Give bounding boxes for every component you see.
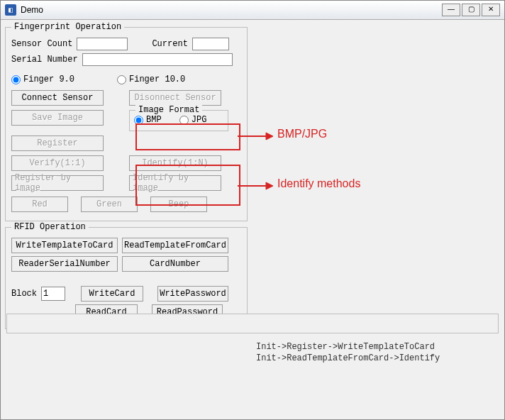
bmp-radio[interactable]: BMP [134, 115, 162, 125]
identify-button[interactable]: Identify(1:N) [129, 155, 221, 171]
annotation-identify-methods: Identify methods [277, 177, 360, 190]
finger-9-radio[interactable]: Finger 9.0 [11, 74, 74, 84]
svg-marker-1 [266, 133, 273, 140]
maximize-button[interactable]: ▢ [462, 4, 480, 16]
hint-line-2: Init->ReadTemplateFromCard->Identify [256, 353, 440, 363]
read-template-button[interactable]: ReadTemplateFromCard [122, 238, 228, 253]
register-by-image-button[interactable]: Register by image [11, 175, 104, 191]
red-button[interactable]: Red [11, 197, 68, 212]
write-card-button[interactable]: WriteCard [81, 286, 143, 302]
connect-sensor-button[interactable]: Connect Sensor [11, 90, 104, 106]
reader-serial-button[interactable]: ReaderSerialNumber [11, 256, 118, 272]
write-template-button[interactable]: WriteTemplateToCard [11, 238, 118, 253]
beep-button[interactable]: Beep [150, 197, 207, 212]
annotation-bmp-jpg: BMP/JPG [277, 128, 327, 140]
disconnect-sensor-button[interactable]: Disonnect Sensor [129, 90, 221, 106]
svg-marker-3 [266, 182, 273, 189]
arrow-icon [238, 131, 273, 142]
window-title: Demo [21, 5, 442, 15]
identify-by-image-button[interactable]: Identify by image [129, 175, 221, 191]
serial-number-label: Serial Number [11, 55, 78, 65]
minimize-button[interactable]: — [442, 4, 460, 16]
write-password-button[interactable]: WritePassword [157, 286, 228, 302]
app-window: ◧ Demo — ▢ ✕ Fingerprint Operation Senso… [0, 0, 505, 420]
titlebar: ◧ Demo — ▢ ✕ [1, 1, 504, 20]
sensor-count-label: Sensor Count [11, 39, 72, 49]
current-label: Current [152, 39, 187, 49]
close-button[interactable]: ✕ [482, 4, 500, 16]
image-format-group: Image Format BMP JPG [129, 110, 228, 131]
save-image-button[interactable]: Save Image [11, 110, 104, 126]
register-button[interactable]: Register [11, 136, 104, 151]
serial-number-value [82, 53, 233, 66]
status-bar [6, 314, 499, 333]
app-icon: ◧ [5, 4, 16, 16]
block-input[interactable] [41, 287, 65, 301]
card-number-button[interactable]: CardNumber [122, 256, 228, 272]
finger-10-radio[interactable]: Finger 10.0 [117, 74, 185, 84]
block-label: Block [11, 289, 37, 299]
verify-button[interactable]: Verify(1:1) [11, 155, 104, 171]
jpg-radio[interactable]: JPG [179, 115, 207, 125]
arrow-icon [238, 180, 273, 192]
window-buttons: — ▢ ✕ [442, 4, 500, 16]
rfid-legend: RFID Operation [11, 222, 89, 232]
sensor-count-value [77, 38, 128, 50]
image-format-legend: Image Format [135, 105, 202, 115]
fingerprint-group: Fingerprint Operation Sensor Count Curre… [5, 27, 248, 221]
green-button[interactable]: Green [81, 197, 138, 212]
current-value [192, 38, 229, 50]
hint-line-1: Init->Register->WriteTemplateToCard [256, 342, 435, 352]
fingerprint-legend: Fingerprint Operation [11, 22, 124, 32]
